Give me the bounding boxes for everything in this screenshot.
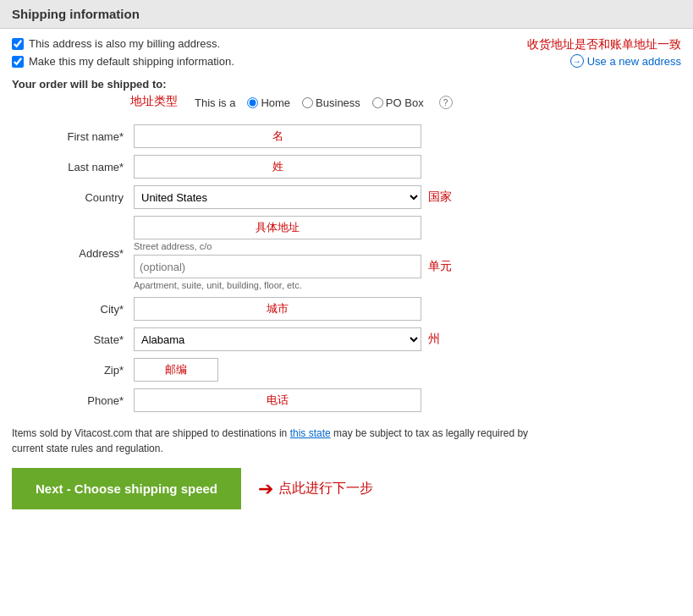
top-options-right: 收货地址是否和账单地址一致 → Use a new address <box>527 37 681 68</box>
country-label: Country <box>12 182 130 212</box>
address-type-pobox-label[interactable]: PO Box <box>372 96 424 109</box>
phone-input-cell <box>130 385 681 415</box>
page-title: Shipping information <box>12 7 681 21</box>
address-type-business-radio[interactable] <box>302 97 313 108</box>
phone-label: Phone* <box>12 385 130 415</box>
country-input-cell: United States 国家 <box>130 182 681 212</box>
state-annotation: 州 <box>428 332 440 347</box>
billing-same-label[interactable]: This address is also my billing address. <box>29 37 220 50</box>
address-optional-row: 单元 Apartment, suite, unit, building, flo… <box>134 255 678 290</box>
first-name-row: First name* <box>12 121 681 151</box>
address-type-home-label[interactable]: Home <box>247 96 290 109</box>
top-options-row: This address is also my billing address.… <box>12 37 681 73</box>
last-name-input-cell <box>130 151 681 182</box>
city-input[interactable] <box>134 297 421 321</box>
first-name-input[interactable] <box>134 124 421 148</box>
address-type-row: 地址类型 This is a Home Business PO Box ? <box>12 94 681 111</box>
next-button-row: Next - Choose shipping speed ➔ 点此进行下一步 <box>12 468 681 509</box>
address-type-business-text: Business <box>316 96 360 109</box>
next-annotation-row: ➔ 点此进行下一步 <box>258 478 373 500</box>
address-optional-annotation: 单元 <box>428 259 452 274</box>
billing-same-row: This address is also my billing address. <box>12 37 527 50</box>
top-options-left: This address is also my billing address.… <box>12 37 527 73</box>
city-input-cell <box>130 294 681 324</box>
default-shipping-row: Make this my default shipping informatio… <box>12 55 527 68</box>
address-input-cell: Street address, c/o 单元 Apartment, suite,… <box>130 212 681 294</box>
city-row: City* <box>12 294 681 324</box>
address-type-radio-group: This is a Home Business PO Box ? <box>195 96 453 109</box>
address-optional-hint: Apartment, suite, unit, building, floor,… <box>134 280 678 290</box>
zip-input[interactable] <box>134 358 218 382</box>
tax-notice-link[interactable]: this state <box>290 427 331 439</box>
zip-row: Zip* <box>12 355 681 385</box>
address-row: Address* Street address, c/o 单元 Apartmen… <box>12 212 681 294</box>
first-name-label: First name* <box>12 121 130 151</box>
last-name-label: Last name* <box>12 151 130 182</box>
address-type-prefix: This is a <box>195 96 235 109</box>
address-input[interactable] <box>134 216 421 239</box>
next-button[interactable]: Next - Choose shipping speed <box>12 468 241 509</box>
phone-row: Phone* <box>12 385 681 415</box>
address-type-pobox-radio[interactable] <box>372 97 383 108</box>
header-bar: Shipping information <box>0 0 693 29</box>
page-wrapper: Shipping information This address is als… <box>0 0 693 521</box>
use-new-address-icon: → <box>570 54 584 68</box>
last-name-row: Last name* <box>12 151 681 182</box>
shipped-to-label: Your order will be shipped to: <box>12 78 681 91</box>
country-annotation: 国家 <box>428 190 452 205</box>
address-label: Address* <box>12 212 130 294</box>
next-annotation-text: 点此进行下一步 <box>278 480 373 498</box>
shipping-form: First name* Last name* Count <box>12 121 681 415</box>
use-new-address-label: Use a new address <box>587 55 681 68</box>
address-optional-input[interactable] <box>134 255 421 278</box>
country-row: Country United States 国家 <box>12 182 681 212</box>
address-type-pobox-text: PO Box <box>386 96 424 109</box>
address-type-annotation: 地址类型 <box>130 94 178 109</box>
zip-input-cell <box>130 355 681 385</box>
address-hint: Street address, c/o <box>134 241 678 251</box>
address-type-home-text: Home <box>261 96 290 109</box>
billing-same-checkbox[interactable] <box>12 38 24 50</box>
state-label: State* <box>12 324 130 355</box>
default-shipping-checkbox[interactable] <box>12 56 24 68</box>
address-type-help-icon[interactable]: ? <box>439 96 453 109</box>
city-label: City* <box>12 294 130 324</box>
first-name-input-cell <box>130 121 681 151</box>
content-area: This address is also my billing address.… <box>0 29 693 521</box>
billing-annotation: 收货地址是否和账单地址一致 <box>527 37 681 52</box>
address-type-business-label[interactable]: Business <box>302 96 360 109</box>
last-name-input[interactable] <box>134 155 421 179</box>
use-new-address-link[interactable]: → Use a new address <box>570 54 681 68</box>
state-input-cell: Alabama Alaska Arizona Arkansas Californ… <box>130 324 681 355</box>
state-row: State* Alabama Alaska Arizona Arkansas C… <box>12 324 681 355</box>
default-shipping-label[interactable]: Make this my default shipping informatio… <box>29 55 234 68</box>
country-select[interactable]: United States <box>134 185 421 209</box>
tax-notice: Items sold by Vitacost.com that are ship… <box>12 426 536 456</box>
phone-input[interactable] <box>134 388 421 412</box>
address-type-home-radio[interactable] <box>247 97 258 108</box>
state-select[interactable]: Alabama Alaska Arizona Arkansas Californ… <box>134 327 421 351</box>
zip-label: Zip* <box>12 355 130 385</box>
next-arrow-icon: ➔ <box>258 478 273 500</box>
